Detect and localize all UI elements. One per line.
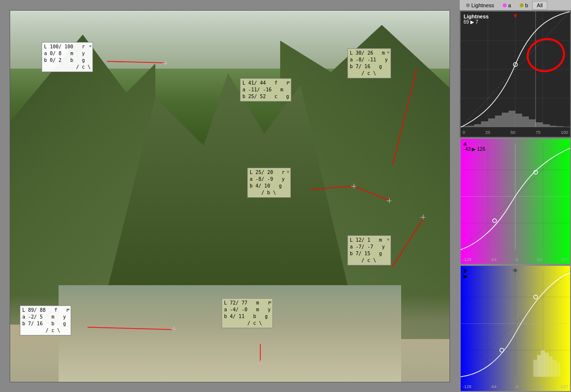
- svg-rect-41: [549, 357, 553, 377]
- panel-b-value: 4/ 10: [255, 183, 270, 189]
- curve-panel-L: Lightness 69 ▶ 7 ▼: [460, 11, 571, 138]
- axis-label: 64: [537, 384, 542, 389]
- tab-dot-a: [503, 3, 507, 7]
- marker-center: [351, 184, 356, 189]
- panel-b-value: 0/ 2: [50, 58, 61, 63]
- panel-c-row: / c \: [44, 64, 90, 71]
- curve-b-axis: -128 -64 0 64 127: [461, 384, 570, 389]
- info-panel-topcenter: ✕ L 41/ 44 f r a -11/ -16 m b 25/ 52 c g: [240, 78, 291, 102]
- panel-close[interactable]: ✕: [269, 299, 271, 305]
- panel-c-row: / c \: [224, 320, 270, 327]
- curve-panel-a: a -43 ▶ 126: [460, 138, 571, 265]
- panel-l-row: L 100/ 100 r: [44, 44, 90, 50]
- panel-l-row: L 12/ 1 m: [350, 237, 389, 244]
- image-area: ✕ L 100/ 100 r a 0/ 8 m y b 0/ 2 b g / c…: [0, 0, 460, 392]
- panel-c-row: / b \: [250, 189, 288, 196]
- panel-c-row: / c \: [350, 70, 389, 77]
- panel-a-value: -2/ 5: [28, 314, 43, 319]
- right-panel: Lightness a b All Lightness 69 ▶ 7 ▼: [460, 0, 571, 392]
- tab-b[interactable]: b: [515, 1, 532, 10]
- axis-label: -64: [490, 384, 496, 389]
- panel-close[interactable]: ✕: [89, 43, 91, 49]
- marker-5: [421, 215, 425, 219]
- axis-label: 0: [515, 257, 518, 262]
- curve-a-svg: [461, 139, 570, 264]
- panel-l-value: 41/ 44: [248, 80, 266, 86]
- svg-rect-38: [537, 355, 541, 377]
- axis-label: 0: [515, 384, 518, 389]
- axis-label: 64: [537, 257, 542, 262]
- marker-center2: [387, 198, 391, 203]
- axis-label: -128: [463, 257, 471, 262]
- tab-lightness[interactable]: Lightness: [462, 1, 498, 10]
- svg-rect-40: [545, 353, 549, 377]
- panel-b-row: b 4/ 10 g: [250, 183, 288, 189]
- info-panel-bottomright: ✕ L 12/ 1 m a -7/ -7 y b 7/ 15 g / c \: [347, 235, 391, 265]
- panel-l-row: L 41/ 44 f r: [242, 80, 289, 87]
- panel-close[interactable]: ✕: [387, 236, 390, 243]
- curve-a-label: a: [464, 141, 466, 146]
- curve-L-label: Lightness: [464, 14, 489, 19]
- tab-dot-b: [520, 3, 524, 7]
- curve-L-axis: 0 25 50 75 100: [461, 130, 570, 135]
- panel-close[interactable]: ✕: [67, 306, 70, 313]
- tab-all-label: All: [537, 2, 542, 8]
- panel-a-row: a -2/ 5 m y: [22, 314, 69, 320]
- info-panel-bottomleft: ✕ L 89/ 88 f r a -2/ 5 m y b 7/ 16 b g /…: [20, 305, 71, 335]
- info-panel-topleft: ✕ L 100/ 100 r a 0/ 8 m y b 0/ 2 b g / c…: [42, 42, 93, 72]
- tab-a[interactable]: a: [498, 1, 515, 10]
- panel-l-value: 100/ 100: [50, 44, 73, 49]
- panel-l-value: 25/ 20: [255, 170, 273, 175]
- panel-b-value: 7/ 16: [28, 321, 43, 326]
- marker-7: [258, 360, 263, 365]
- curve-b-value: ▶: [464, 274, 467, 279]
- axis-label: 50: [511, 130, 515, 135]
- panel-b-row: b 7/ 16 b g: [22, 320, 69, 327]
- axis-label: 75: [536, 130, 541, 135]
- panel-b-value: 4/ 11: [230, 314, 244, 319]
- tab-a-label: a: [508, 2, 511, 8]
- panel-b-value: 7/ 15: [356, 251, 370, 256]
- tab-b-label: b: [525, 2, 528, 8]
- axis-label: 127: [561, 257, 568, 262]
- panel-l-row: L 72/ 77 m r: [224, 300, 270, 306]
- svg-rect-43: [556, 363, 560, 377]
- svg-rect-37: [533, 360, 537, 377]
- panel-a-value: 0/ 8: [50, 51, 61, 56]
- info-panel-center: ✕ L 25/ 20 r a -8/ -9 y b 4/ 10 g / b \: [247, 168, 291, 198]
- panel-b-value: 25/ 52: [248, 94, 266, 99]
- panel-l-row: L 25/ 20 r: [250, 169, 288, 176]
- panel-c-row: / c \: [22, 327, 69, 334]
- panel-a-row: a -7/ -7 y: [350, 244, 389, 250]
- axis-label: 0: [463, 130, 465, 135]
- panel-close[interactable]: ✕: [287, 79, 290, 86]
- panel-b-row: b 0/ 2 b g: [44, 57, 90, 64]
- panel-a-row: a -4/ -0 m y: [224, 306, 270, 313]
- panel-b-value: 7/ 16: [356, 64, 370, 69]
- panel-l-value: 30/ 26: [356, 50, 373, 56]
- curve-panel-b: b ▶ 👁: [460, 265, 571, 392]
- panel-a-row: a 0/ 8 m y: [44, 50, 90, 57]
- svg-rect-42: [553, 360, 556, 377]
- panel-l-row: L 30/ 26 m: [350, 50, 389, 57]
- curve-L-value: 69 ▶ 7: [464, 19, 478, 25]
- tab-lightness-label: Lightness: [471, 2, 494, 8]
- tab-bar: Lightness a b All: [460, 0, 571, 11]
- tab-all[interactable]: All: [532, 1, 547, 10]
- axis-label: 25: [485, 130, 490, 135]
- svg-point-24: [493, 219, 496, 223]
- axis-label: 127: [561, 384, 568, 389]
- panel-a-row: a -8/ -11 y: [350, 57, 389, 63]
- curve-a-axis: -128 -64 0 64 127: [461, 257, 570, 262]
- panel-a-row: a -8/ -9 y: [250, 176, 288, 183]
- panel-a-value: -11/ -16: [248, 87, 271, 92]
- panel-b-row: b 4/ 11 b g: [224, 313, 270, 320]
- curve-b-label: b: [464, 268, 467, 274]
- axis-label: -64: [490, 257, 496, 262]
- info-panel-bottomcenter: ✕ L 72/ 77 m r a -4/ -0 m y b 4/ 11 b g …: [222, 298, 273, 328]
- panel-close[interactable]: ✕: [287, 169, 289, 175]
- curve-b-svg: [461, 266, 570, 391]
- curve-L-svg: [461, 12, 570, 137]
- axis-label: -128: [463, 384, 471, 389]
- panel-close[interactable]: ✕: [387, 49, 390, 56]
